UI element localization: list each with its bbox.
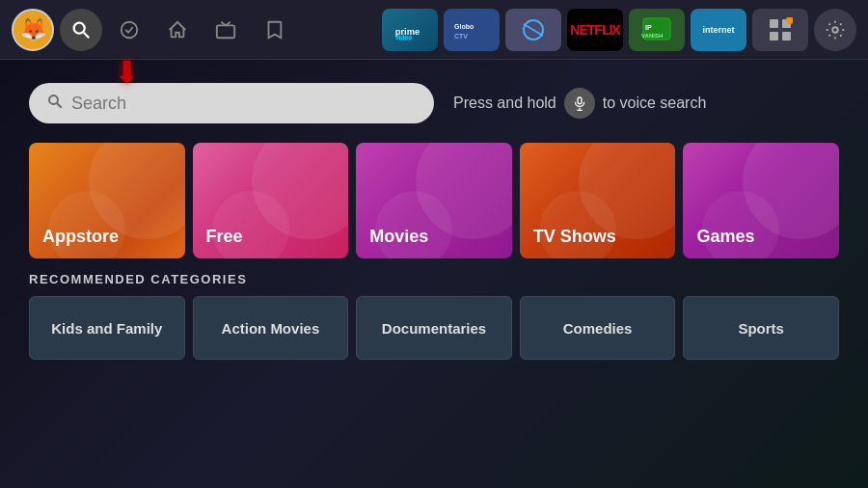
rec-tile-action-movies[interactable]: Action Movies bbox=[193, 296, 349, 360]
prime-video-app[interactable]: prime video bbox=[382, 9, 438, 51]
search-nav-icon[interactable] bbox=[60, 9, 102, 51]
appstore-tile[interactable]: Appstore bbox=[29, 143, 185, 258]
categories-section: Appstore Free Movies TV Shows Games bbox=[0, 143, 868, 258]
rec-tile-comedies[interactable]: Comedies bbox=[520, 296, 676, 360]
movies-tile[interactable]: Movies bbox=[356, 143, 512, 258]
rec-tile-kids-family[interactable]: Kids and Family bbox=[29, 296, 185, 360]
recommended-section: RECOMMENDED CATEGORIES Kids and Family A… bbox=[0, 258, 868, 360]
svg-line-20 bbox=[57, 103, 62, 108]
grid-app[interactable] bbox=[752, 9, 808, 51]
voice-search-hint: Press and hold to voice search bbox=[453, 88, 706, 119]
svg-rect-15 bbox=[770, 32, 778, 41]
category-tiles-row: Appstore Free Movies TV Shows Games bbox=[29, 143, 839, 258]
games-tile[interactable]: Games bbox=[683, 143, 839, 258]
tvshows-tile[interactable]: TV Shows bbox=[520, 143, 676, 258]
arrow-indicator: ⬇ bbox=[114, 54, 140, 91]
mic-icon bbox=[564, 88, 595, 119]
voice-hint-suffix: to voice search bbox=[603, 95, 707, 112]
voice-hint-prefix: Press and hold bbox=[453, 95, 556, 112]
movies-label: Movies bbox=[369, 227, 428, 247]
free-tile[interactable]: Free bbox=[193, 143, 349, 258]
svg-point-19 bbox=[49, 95, 58, 104]
svg-point-2 bbox=[122, 21, 138, 38]
svg-text:IP: IP bbox=[645, 24, 652, 31]
tv-icon[interactable] bbox=[204, 9, 247, 51]
recommended-tiles-row: Kids and Family Action Movies Documentar… bbox=[29, 296, 839, 360]
search-input[interactable] bbox=[71, 94, 417, 114]
settings-icon[interactable] bbox=[814, 9, 856, 51]
search-box[interactable] bbox=[29, 83, 434, 123]
svg-text:CTV: CTV bbox=[454, 33, 468, 40]
bookmark-icon[interactable] bbox=[253, 9, 295, 51]
app-icons-row: prime video Globo CTV NETFLIX bbox=[382, 9, 856, 51]
internet-label: internet bbox=[702, 25, 734, 35]
svg-line-9 bbox=[524, 24, 543, 36]
sports-label: Sports bbox=[738, 320, 784, 337]
svg-rect-3 bbox=[217, 25, 234, 38]
search-box-icon bbox=[46, 93, 64, 114]
svg-rect-16 bbox=[782, 32, 791, 41]
comedies-label: Comedies bbox=[563, 320, 633, 337]
ipvanish-app[interactable]: IP VANISH bbox=[629, 9, 685, 51]
documentaries-label: Documentaries bbox=[382, 320, 486, 337]
svg-point-18 bbox=[832, 27, 838, 33]
svg-line-1 bbox=[84, 32, 90, 38]
svg-rect-21 bbox=[578, 97, 582, 104]
svg-text:Globo: Globo bbox=[454, 23, 474, 30]
home-icon[interactable] bbox=[156, 9, 199, 51]
avatar-icon[interactable]: 🦊 bbox=[12, 9, 54, 51]
rec-tile-sports[interactable]: Sports bbox=[683, 296, 839, 360]
free-label: Free bbox=[206, 227, 243, 247]
top-navigation: 🦊 bbox=[0, 0, 868, 60]
check-icon[interactable] bbox=[108, 9, 150, 51]
svg-text:VANISH: VANISH bbox=[641, 33, 663, 39]
tvshows-label: TV Shows bbox=[533, 227, 616, 247]
svg-point-0 bbox=[74, 22, 85, 33]
globo-app[interactable]: Globo CTV bbox=[444, 9, 500, 51]
rec-tile-documentaries[interactable]: Documentaries bbox=[356, 296, 512, 360]
svg-text:video: video bbox=[395, 34, 413, 41]
games-label: Games bbox=[696, 227, 754, 247]
internet-app[interactable]: internet bbox=[691, 9, 746, 51]
pluto-app[interactable] bbox=[505, 9, 561, 51]
recommended-title: RECOMMENDED CATEGORIES bbox=[29, 272, 839, 286]
appstore-label: Appstore bbox=[42, 227, 119, 247]
svg-rect-13 bbox=[770, 19, 778, 28]
action-movies-label: Action Movies bbox=[222, 320, 320, 337]
kids-family-label: Kids and Family bbox=[51, 320, 162, 337]
netflix-app[interactable]: NETFLIX bbox=[567, 9, 623, 51]
